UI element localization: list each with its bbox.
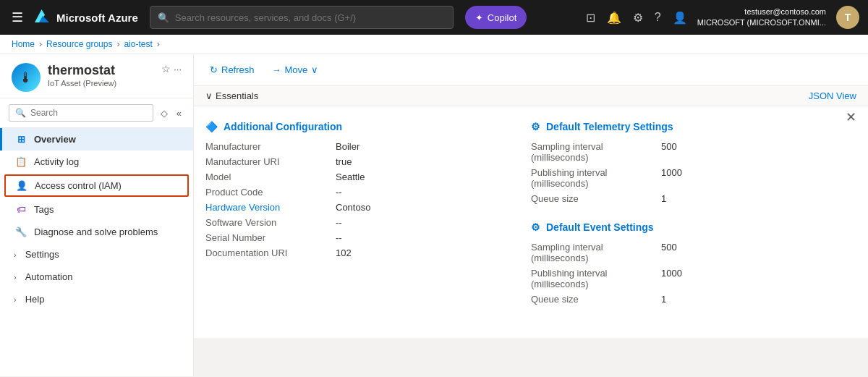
json-view-button[interactable]: JSON View xyxy=(809,90,856,101)
field-sampling-interval-evt: Sampling interval (milliseconds) 500 xyxy=(531,242,845,263)
essentials-bar: ∨ Essentials JSON View xyxy=(194,86,868,106)
sidebar-search-input[interactable] xyxy=(30,108,147,118)
user-name: testuser@contoso.com xyxy=(697,7,826,17)
chevron-right-icon: › xyxy=(14,295,17,304)
field-queue-size-tel: Queue size 1 xyxy=(531,193,845,204)
field-manufacturer-uri: Manufacturer URI true xyxy=(205,156,519,167)
sidebar-item-automation[interactable]: › Automation xyxy=(0,266,193,288)
azure-icon xyxy=(32,7,52,27)
user-tenant: MICROSOFT (MICROSOFT.ONMI... xyxy=(697,17,826,28)
event-section: ⚙ Default Event Settings Sampling interv… xyxy=(531,221,845,305)
top-nav: ☰ Microsoft Azure 🔍 ✦ Copilot ⊡ 🔔 ⚙ ? 👤 … xyxy=(0,0,868,35)
sidebar-search-icon: 🔍 xyxy=(15,108,26,118)
refresh-button[interactable]: ↻ Refresh xyxy=(205,62,259,78)
sidebar-search-wrapper[interactable]: 🔍 xyxy=(9,104,153,122)
sidebar-search-area: 🔍 ◇ « xyxy=(0,98,193,128)
activity-log-icon: 📋 xyxy=(15,156,27,167)
sidebar: 🌡 thermostat IoT Asset (Preview) ☆ ··· 🔍… xyxy=(0,54,194,376)
close-button[interactable]: ✕ xyxy=(846,109,856,125)
global-search-bar[interactable]: 🔍 xyxy=(150,6,454,29)
sidebar-item-label: Help xyxy=(25,294,45,305)
resource-icon: 🌡 xyxy=(12,63,41,92)
additional-config-section: 🔷 Additional Configuration Manufacturer … xyxy=(205,121,531,323)
resource-title: thermostat xyxy=(48,63,154,79)
field-documentation-uri: Documentation URI 102 xyxy=(205,247,519,258)
chevron-down-icon: ∨ xyxy=(205,90,213,101)
move-icon: → xyxy=(272,64,281,75)
refresh-icon: ↻ xyxy=(210,64,218,75)
content-body: 🔷 Additional Configuration Manufacturer … xyxy=(194,106,868,338)
breadcrumb-home[interactable]: Home xyxy=(12,39,35,49)
essentials-toggle[interactable]: ∨ Essentials xyxy=(205,90,258,101)
chevron-right-icon: › xyxy=(14,273,17,281)
field-queue-size-evt: Queue size 1 xyxy=(531,294,845,305)
sidebar-item-activity-log[interactable]: 📋 Activity log xyxy=(0,151,193,173)
field-publishing-interval-tel: Publishing interval (milliseconds) 1000 xyxy=(531,167,845,189)
breadcrumb: Home › Resource groups › aio-test › xyxy=(0,35,868,54)
main-layout: 🌡 thermostat IoT Asset (Preview) ☆ ··· 🔍… xyxy=(0,54,868,376)
global-search-input[interactable] xyxy=(175,12,446,23)
field-manufacturer: Manufacturer Boiler xyxy=(205,141,519,152)
field-serial-number: Serial Number -- xyxy=(205,232,519,243)
sidebar-item-label: Settings xyxy=(25,249,59,260)
field-model: Model Seattle xyxy=(205,171,519,182)
field-product-code: Product Code -- xyxy=(205,187,519,198)
sidebar-item-label: Overview xyxy=(34,134,76,145)
move-button[interactable]: → Move ∨ xyxy=(268,62,323,78)
sidebar-item-label: Diagnose and solve problems xyxy=(34,226,158,237)
sidebar-item-tags[interactable]: 🏷 Tags xyxy=(0,198,193,221)
sidebar-item-label: Activity log xyxy=(34,156,79,167)
copilot-button[interactable]: ✦ Copilot xyxy=(465,6,527,29)
event-title: ⚙ Default Event Settings xyxy=(531,221,845,233)
content-toolbar: ↻ Refresh → Move ∨ xyxy=(194,54,868,86)
more-options-button[interactable]: ··· xyxy=(174,64,182,75)
diagnose-icon: 🔧 xyxy=(15,226,27,237)
nav-icons: ⊡ 🔔 ⚙ ? 👤 xyxy=(582,7,692,29)
sidebar-item-settings[interactable]: › Settings xyxy=(0,243,193,266)
overview-icon: ⊞ xyxy=(17,134,25,145)
chevron-down-icon: ∨ xyxy=(311,64,318,75)
search-icon: 🔍 xyxy=(158,12,169,23)
user-settings-icon[interactable]: 👤 xyxy=(668,7,692,29)
content-wrapper: ✕ ↻ Refresh → Move ∨ ∨ Essentials xyxy=(194,54,868,376)
field-hardware-version: Hardware Version Contoso xyxy=(205,202,519,213)
sidebar-expand-icon[interactable]: ◇ xyxy=(158,106,171,120)
sidebar-item-diagnose[interactable]: 🔧 Diagnose and solve problems xyxy=(0,221,193,243)
copilot-icon: ✦ xyxy=(475,12,483,23)
telemetry-section: ⚙ Default Telemetry Settings Sampling in… xyxy=(531,121,845,204)
breadcrumb-resource-groups[interactable]: Resource groups xyxy=(46,39,112,49)
tags-icon: 🏷 xyxy=(17,204,26,215)
field-publishing-interval-evt: Publishing interval (milliseconds) 1000 xyxy=(531,268,845,289)
resource-header: 🌡 thermostat IoT Asset (Preview) ☆ ··· xyxy=(0,54,193,98)
hamburger-menu[interactable]: ☰ xyxy=(9,7,26,28)
sidebar-collapse-icon[interactable]: « xyxy=(174,106,184,120)
telemetry-icon: ⚙ xyxy=(531,121,540,132)
help-icon[interactable]: ? xyxy=(650,7,665,28)
telemetry-title: ⚙ Default Telemetry Settings xyxy=(531,121,845,132)
additional-config-title: 🔷 Additional Configuration xyxy=(205,121,519,132)
user-info: testuser@contoso.com MICROSOFT (MICROSOF… xyxy=(697,7,826,29)
field-sampling-interval-tel: Sampling interval (milliseconds) 500 xyxy=(531,141,845,163)
favorite-button[interactable]: ☆ xyxy=(161,63,171,75)
sidebar-item-label: Access control (IAM) xyxy=(35,180,122,191)
notifications-icon[interactable]: 🔔 xyxy=(603,7,626,29)
event-icon: ⚙ xyxy=(531,221,540,233)
field-software-version: Software Version -- xyxy=(205,217,519,228)
sidebar-item-help[interactable]: › Help xyxy=(0,288,193,310)
settings-icon[interactable]: ⚙ xyxy=(629,7,647,29)
azure-title: Microsoft Azure xyxy=(56,12,138,24)
avatar[interactable]: T xyxy=(836,6,859,29)
sidebar-item-overview[interactable]: ⊞ Overview xyxy=(0,128,193,151)
config-icon: 🔷 xyxy=(205,121,218,132)
sidebar-item-access-control[interactable]: 👤 Access control (IAM) xyxy=(4,174,189,197)
feedback-icon[interactable]: ⊡ xyxy=(582,7,600,29)
sidebar-nav: ⊞ Overview 📋 Activity log 👤 Access contr… xyxy=(0,128,193,376)
azure-logo: Microsoft Azure xyxy=(32,7,138,27)
breadcrumb-aio-test[interactable]: aio-test xyxy=(124,39,152,49)
chevron-right-icon: › xyxy=(14,250,17,259)
sidebar-item-label: Automation xyxy=(25,271,73,282)
content-area: ↻ Refresh → Move ∨ ∨ Essentials JSON Vie… xyxy=(194,54,868,338)
resource-subtitle: IoT Asset (Preview) xyxy=(48,79,154,88)
sidebar-item-label: Tags xyxy=(34,204,54,215)
right-column: ⚙ Default Telemetry Settings Sampling in… xyxy=(531,121,856,323)
